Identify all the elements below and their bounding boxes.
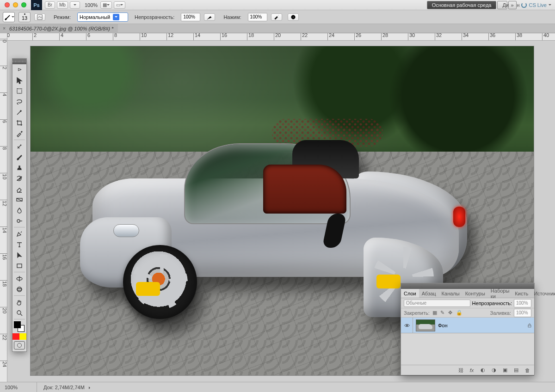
shape-tool[interactable] (12, 260, 26, 271)
foreground-color-swatch[interactable] (14, 321, 21, 328)
brush-size-value: 13 (22, 15, 27, 21)
delete-layer-button[interactable]: 🗑 (524, 367, 530, 374)
tab-brush[interactable]: Кисть (512, 289, 531, 298)
cs-live-button[interactable]: CS Live (518, 2, 555, 8)
tab-clone-source[interactable]: Источник (531, 289, 555, 298)
eraser-tool[interactable] (12, 184, 26, 194)
new-layer-button[interactable]: ▤ (513, 367, 519, 374)
document-tab[interactable]: × 63184506-770-0@2X.jpg @ 100% (RGB/8#) … (0, 24, 118, 33)
layer-row[interactable]: Фон (401, 318, 534, 333)
link-layers-button[interactable]: ⛓ (457, 367, 464, 374)
brush-size-picker[interactable]: 13 (18, 12, 31, 22)
tab-channels[interactable]: Каналы (439, 289, 462, 298)
airbrush-toggle[interactable] (271, 13, 282, 21)
healing-brush-tool[interactable] (12, 141, 26, 152)
blur-tool[interactable] (12, 205, 26, 215)
brush-tool[interactable] (12, 152, 26, 162)
layer-lock-indicator (525, 323, 534, 328)
layer-fill-input[interactable]: 100% (514, 309, 531, 317)
lock-image-icon[interactable]: ✎ (440, 310, 447, 316)
svg-point-10 (406, 325, 408, 326)
dodge-tool[interactable] (12, 215, 26, 226)
extra-swatches (12, 333, 26, 340)
flow-input[interactable]: 100% (248, 13, 267, 21)
bridge-button[interactable]: Br (45, 1, 55, 9)
tab-layers[interactable]: Слои (401, 289, 419, 298)
svg-rect-5 (17, 264, 22, 268)
opacity-pressure-toggle[interactable] (204, 13, 215, 21)
crop-tool[interactable] (12, 117, 26, 128)
screen-mode-button[interactable]: ▭ (114, 1, 125, 9)
swatch-b[interactable] (19, 333, 26, 340)
marquee-tool[interactable] (12, 86, 26, 96)
collapse-arrows-icon[interactable]: ⊳ (12, 64, 26, 75)
adjustment-layer-button[interactable]: ◑ (491, 367, 497, 374)
layer-name[interactable]: Фон (438, 323, 525, 328)
zoom-window-button[interactable] (21, 2, 26, 7)
status-doc-size[interactable]: Док: 2,74M/2,74M (37, 385, 98, 390)
tablet-pressure-size-toggle[interactable] (288, 13, 299, 21)
ruler-v-tick: 22 (0, 334, 7, 340)
blend-mode-select[interactable]: Нормальный (77, 12, 128, 22)
move-tool[interactable] (12, 75, 26, 86)
eyedropper-tool[interactable] (12, 128, 26, 139)
minimize-window-button[interactable] (13, 2, 18, 7)
close-window-button[interactable] (5, 2, 10, 7)
swatch-a[interactable] (12, 333, 19, 340)
layer-mask-button[interactable]: ◐ (480, 367, 486, 374)
ruler-h-tick: 18 (247, 33, 254, 41)
arrange-documents-button[interactable]: ▦ (100, 1, 112, 9)
pen-tool[interactable] (12, 228, 26, 239)
ruler-horizontal[interactable]: 0246810121416182022242628303234363840 (7, 33, 555, 41)
path-selection-tool[interactable] (12, 250, 26, 260)
lock-position-icon[interactable]: ✥ (448, 310, 455, 316)
status-doc-label: Док: (43, 385, 54, 390)
history-brush-tool[interactable] (12, 173, 26, 184)
target-icon (290, 14, 296, 20)
minibridge-button[interactable]: Mb (57, 1, 68, 9)
layer-opacity-input[interactable]: 100% (514, 299, 531, 307)
workspace-more-button[interactable]: » (508, 1, 517, 9)
brush-panel-toggle[interactable] (34, 13, 45, 21)
magic-wand-tool[interactable] (12, 107, 26, 117)
color-swatches[interactable] (12, 320, 26, 333)
lasso-tool[interactable] (12, 96, 26, 107)
opacity-input[interactable]: 100% (181, 13, 200, 21)
3d-orbit-tool[interactable] (12, 284, 26, 294)
status-zoom[interactable]: 100% (0, 382, 37, 392)
layer-visibility-toggle[interactable] (401, 318, 413, 333)
ruler-vertical[interactable]: 02468101214161820222426 (0, 41, 7, 382)
close-tab-icon[interactable]: × (3, 26, 6, 31)
gradient-tool[interactable] (12, 194, 26, 205)
svg-point-9 (17, 311, 21, 314)
layer-style-button[interactable]: fx (469, 367, 475, 374)
lock-transparency-icon[interactable]: ▦ (432, 310, 439, 316)
ruler-h-tick: 16 (220, 33, 227, 41)
zoom-level-readout[interactable]: 100% (82, 2, 100, 8)
current-tool-preset[interactable] (3, 12, 15, 22)
options-bar: 13 Режим: Нормальный Непрозрачность: 100… (0, 10, 555, 24)
quick-mask-toggle[interactable] (14, 341, 25, 349)
lock-all-icon[interactable]: 🔒 (456, 310, 462, 316)
toolbox-drag-handle[interactable] (12, 59, 26, 64)
hand-tool[interactable] (12, 297, 26, 307)
svg-rect-11 (528, 325, 531, 327)
tab-brush-presets[interactable]: Наборы ки (488, 289, 512, 298)
3d-rotate-tool[interactable] (12, 273, 26, 284)
layer-list: Фон (401, 318, 534, 365)
type-tool[interactable] (12, 239, 26, 250)
tab-paths[interactable]: Контуры (462, 289, 488, 298)
workspace-tab-design[interactable]: Дизайн (497, 1, 507, 9)
workspace-tab-main[interactable]: Основная рабочая среда (427, 1, 497, 9)
toolbox: ⊳ (12, 58, 27, 352)
clone-stamp-tool[interactable] (12, 162, 26, 173)
view-extras-button[interactable] (70, 1, 80, 9)
ruler-v-tick: 20 (0, 307, 7, 313)
tab-paragraph[interactable]: Абзац (419, 289, 439, 298)
zoom-tool[interactable] (12, 307, 26, 318)
layer-thumbnail[interactable] (416, 319, 435, 331)
layers-panel-footer: ⛓ fx ◐ ◑ ▣ ▤ 🗑 (401, 365, 534, 375)
layer-blend-mode-select[interactable]: Обычные (404, 300, 470, 307)
layer-group-button[interactable]: ▣ (502, 367, 508, 374)
layers-panel-drag-handle[interactable] (401, 283, 534, 289)
